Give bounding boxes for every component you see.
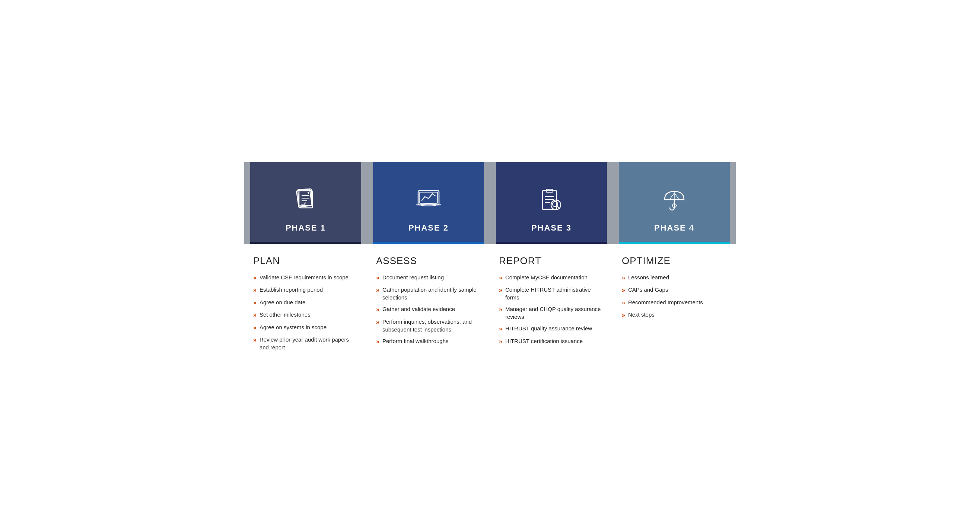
- bullet-icon: »: [376, 305, 379, 314]
- bullet-icon: »: [499, 337, 502, 346]
- list-item: » Agree on systems in scope: [253, 323, 358, 332]
- list-item-text: Recommended Improvements: [628, 298, 703, 306]
- phase1-list: » Validate CSF requirements in scope » E…: [253, 273, 358, 351]
- phase2-card: PHASE 2: [373, 162, 484, 244]
- svg-line-23: [674, 193, 679, 199]
- phase2-content: ASSESS » Document request listing » Gath…: [367, 255, 490, 355]
- list-item: » Gather population and identify sample …: [376, 286, 481, 302]
- phase1-card: PHASE 1: [250, 162, 361, 244]
- list-item-text: Agree on due date: [259, 298, 305, 306]
- list-item-text: Perform final walkthroughs: [382, 337, 449, 345]
- bullet-icon: »: [499, 274, 502, 282]
- list-item: » Complete MyCSF documentation: [499, 273, 604, 282]
- list-item-text: Agree on systems in scope: [259, 323, 326, 331]
- svg-rect-0: [296, 189, 312, 207]
- list-item-text: Document request listing: [382, 273, 444, 281]
- phase2-wrapper: PHASE 2: [367, 162, 490, 244]
- bullet-icon: »: [253, 286, 256, 294]
- bullet-icon: »: [622, 286, 625, 294]
- list-item: » Manager and CHQP quality assurance rev…: [499, 305, 604, 321]
- bullet-icon: »: [376, 286, 379, 294]
- bullet-icon: »: [253, 311, 256, 319]
- list-item-text: Establish reporting period: [259, 286, 323, 294]
- svg-rect-2: [299, 191, 312, 208]
- list-item-text: Complete MyCSF documentation: [505, 273, 587, 281]
- phases-row: PHASE 1: [244, 162, 736, 244]
- phase3-title: REPORT: [499, 255, 604, 267]
- list-item: » Perform final walkthroughs: [376, 337, 481, 346]
- phase1-icon: [289, 184, 323, 217]
- list-item: » Validate CSF requirements in scope: [253, 273, 358, 282]
- bullet-icon: »: [253, 324, 256, 332]
- phase2-icon: [412, 184, 445, 217]
- list-item-text: Gather population and identify sample se…: [382, 286, 481, 302]
- svg-point-16: [551, 200, 561, 210]
- bullet-icon: »: [499, 325, 502, 333]
- phase4-icon: [657, 184, 691, 217]
- list-item: » HITRUST certification issuance: [499, 337, 604, 346]
- bullet-icon: »: [376, 274, 379, 282]
- list-item-text: Next steps: [628, 311, 655, 319]
- document-stack-icon: [291, 185, 321, 215]
- connector-right-2: [484, 162, 490, 244]
- phase3-content: REPORT » Complete MyCSF documentation » …: [490, 255, 613, 355]
- connector-right-1: [361, 162, 367, 244]
- bullet-icon: »: [499, 305, 502, 314]
- list-item: » Set other milestones: [253, 311, 358, 319]
- list-item-text: CAPs and Gaps: [628, 286, 668, 294]
- phase1-label: PHASE 1: [286, 223, 326, 233]
- clipboard-search-icon: [536, 185, 566, 215]
- laptop-chart-icon: [414, 185, 444, 215]
- phase2-list: » Document request listing » Gather popu…: [376, 273, 481, 346]
- bullet-icon: »: [622, 274, 625, 282]
- main-container: PHASE 1: [244, 162, 736, 355]
- phase4-title: OPTIMIZE: [622, 255, 727, 267]
- content-row: PLAN » Validate CSF requirements in scop…: [244, 255, 736, 355]
- list-item: » Document request listing: [376, 273, 481, 282]
- svg-line-18: [557, 206, 560, 209]
- bullet-icon: »: [622, 311, 625, 319]
- umbrella-gear-icon: [659, 185, 689, 215]
- list-item: » Complete HITRUST administrative forms: [499, 286, 604, 302]
- phase4-list: » Lessons learned » CAPs and Gaps » Reco…: [622, 273, 727, 319]
- bullet-icon: »: [376, 318, 379, 326]
- phase1-content: PLAN » Validate CSF requirements in scop…: [244, 255, 367, 355]
- list-item-text: Set other milestones: [259, 311, 310, 319]
- svg-rect-8: [418, 191, 439, 205]
- svg-point-24: [673, 204, 676, 207]
- bullet-icon: »: [253, 274, 256, 282]
- svg-rect-12: [546, 189, 553, 192]
- list-item-text: Complete HITRUST administrative forms: [505, 286, 604, 302]
- bullet-icon: »: [253, 299, 256, 307]
- svg-rect-1: [298, 189, 312, 206]
- list-item-text: Review prior-year audit work papers and …: [259, 336, 358, 351]
- svg-rect-11: [542, 191, 557, 209]
- svg-line-22: [670, 193, 674, 199]
- svg-point-17: [552, 201, 558, 207]
- phase4-content: OPTIMIZE » Lessons learned » CAPs and Ga…: [613, 255, 736, 355]
- list-item-text: HITRUST certification issuance: [505, 337, 583, 345]
- connector-left-4: [613, 162, 619, 244]
- svg-rect-9: [420, 192, 438, 203]
- phase4-label: PHASE 4: [654, 223, 694, 233]
- phase3-list: » Complete MyCSF documentation » Complet…: [499, 273, 604, 346]
- list-item: » Next steps: [622, 311, 727, 319]
- bullet-icon: »: [499, 286, 502, 294]
- connector-right-3: [607, 162, 613, 244]
- bullet-icon: »: [376, 337, 379, 346]
- phase3-wrapper: PHASE 3: [490, 162, 613, 244]
- bullet-icon: »: [622, 299, 625, 307]
- phase1-wrapper: PHASE 1: [244, 162, 367, 244]
- list-item-text: Gather and validate evidence: [382, 305, 455, 313]
- list-item-text: Validate CSF requirements in scope: [259, 273, 348, 281]
- list-item: » Review prior-year audit work papers an…: [253, 336, 358, 351]
- list-item: » Establish reporting period: [253, 286, 358, 294]
- phase3-icon: [535, 184, 568, 217]
- list-item: » CAPs and Gaps: [622, 286, 727, 294]
- phase4-card: PHASE 4: [619, 162, 730, 244]
- phase3-label: PHASE 3: [531, 223, 571, 233]
- phase1-title: PLAN: [253, 255, 358, 267]
- svg-point-10: [421, 204, 436, 206]
- phase4-wrapper: PHASE 4: [613, 162, 736, 244]
- bullet-icon: »: [253, 336, 256, 344]
